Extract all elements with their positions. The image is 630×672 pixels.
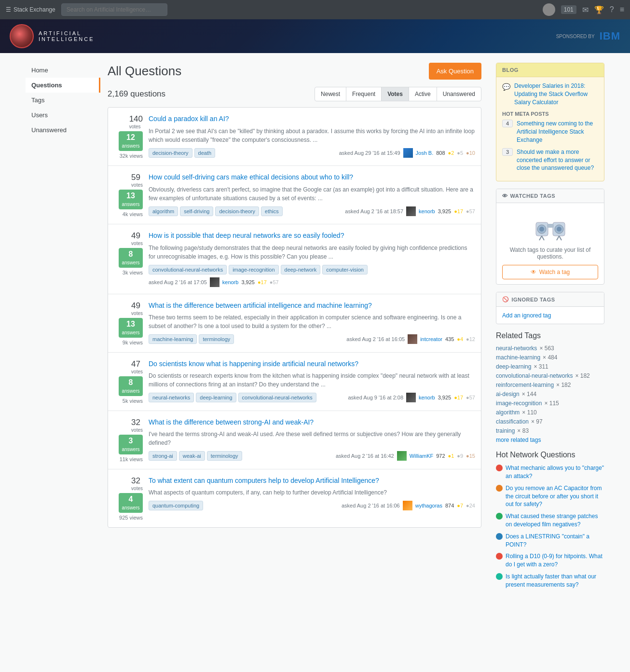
hot-network-link[interactable]: Rolling a D10 (0-9) for hitpoints. What …: [506, 552, 604, 569]
question-excerpt: The following page/study demonstrates th…: [149, 244, 475, 261]
achievements-icon[interactable]: 🏆: [594, 5, 604, 14]
sidebar-item-users[interactable]: Users: [26, 108, 100, 123]
question-title[interactable]: To what extent can quantum computers hel…: [149, 476, 475, 486]
question-tag[interactable]: convolutional-neural-networks: [149, 265, 227, 274]
silver-badge: ●57: [466, 395, 475, 400]
related-tag-link[interactable]: classification: [496, 418, 529, 425]
user-link[interactable]: kenorb: [419, 395, 435, 400]
question-tag[interactable]: computer-vision: [322, 265, 368, 274]
silver-badge: ●12: [466, 336, 475, 342]
question-tag[interactable]: death: [194, 148, 216, 158]
question-stats: 49 votes 13 answers 9k views: [114, 301, 143, 345]
related-tag-link[interactable]: algorithm: [496, 409, 520, 416]
stack-exchange-link[interactable]: ☰ Stack Exchange: [6, 6, 55, 13]
related-tag-link[interactable]: ai-design: [496, 391, 520, 398]
filter-votes[interactable]: Votes: [381, 87, 409, 101]
user-link[interactable]: WilliamKF: [410, 453, 434, 459]
inbox-icon[interactable]: ✉: [582, 5, 589, 14]
related-tag-link[interactable]: reinforcement-learning: [496, 382, 554, 388]
question-title[interactable]: What is the difference between artificia…: [149, 301, 475, 311]
answer-count-box: 13 answers: [119, 190, 143, 209]
meta-link-2[interactable]: Should we make a more concerted effort t…: [517, 148, 598, 172]
question-tag[interactable]: self-driving: [180, 206, 213, 216]
related-tag-link[interactable]: machine-learning: [496, 354, 540, 361]
sidebar-item-questions[interactable]: Questions: [26, 78, 100, 93]
question-title[interactable]: Do scientists know what is happening ins…: [149, 359, 475, 369]
question-tag[interactable]: machine-learning: [149, 334, 197, 344]
watch-tag-button[interactable]: 👁 Watch a tag: [502, 265, 598, 279]
related-tag-link[interactable]: deep-learning: [496, 363, 531, 370]
user-link[interactable]: intcreator: [420, 336, 442, 342]
question-stats: 49 votes 8 answers 3k views: [114, 231, 143, 287]
question-user-info: asked Aug 2 '16 at 17:05 kenorb 3,925 ●1…: [149, 277, 279, 287]
more-icon[interactable]: ≡: [620, 5, 624, 14]
question-tag[interactable]: decision-theory: [215, 206, 259, 216]
hot-network-link[interactable]: Do you remove an AC Capacitor from the c…: [506, 484, 604, 508]
question-title[interactable]: How is it possible that deep neural netw…: [149, 231, 475, 241]
meta-link-1[interactable]: Something new coming to the Artificial I…: [517, 120, 598, 144]
question-tag[interactable]: quantum-computing: [149, 501, 203, 510]
filter-unanswered[interactable]: Unanswered: [437, 87, 481, 101]
view-count: 11k views: [120, 456, 143, 462]
question-title[interactable]: How could self-driving cars make ethical…: [149, 173, 475, 182]
question-tag[interactable]: terminology: [199, 334, 234, 344]
filter-newest[interactable]: Newest: [315, 87, 346, 101]
question-tag[interactable]: ethics: [261, 206, 283, 216]
more-related-tags-link[interactable]: more related tags: [496, 437, 604, 443]
blog-link[interactable]: 💬 Developer Salaries in 2018: Updating t…: [502, 82, 598, 106]
vote-count: 32 votes: [131, 418, 143, 433]
question-title[interactable]: What is the difference between strong-AI…: [149, 418, 475, 427]
related-tag-link[interactable]: training: [496, 427, 515, 434]
site-logo[interactable]: ARTIFICIAL INTELLIGENCE: [10, 24, 94, 48]
sponsored-label: SPONSORED BY: [556, 34, 595, 39]
page-title: All Questions: [108, 64, 181, 79]
question-tag[interactable]: deep-learning: [196, 393, 236, 402]
sidebar-item-home[interactable]: Home: [26, 63, 100, 78]
question-item: 32 votes 4 answers 925 views To what ext…: [108, 469, 481, 527]
search-input[interactable]: [61, 3, 167, 16]
block-icon: 🚫: [502, 296, 509, 302]
related-tag-link[interactable]: image-recognition: [496, 400, 542, 407]
user-link[interactable]: wythagoras: [415, 503, 442, 508]
add-ignored-tag-link[interactable]: Add an ignored tag: [502, 312, 551, 319]
related-tag-link[interactable]: neural-networks: [496, 345, 537, 352]
question-tag[interactable]: decision-theory: [149, 148, 192, 158]
help-icon[interactable]: ?: [610, 5, 614, 14]
user-link[interactable]: kenorb: [222, 279, 239, 285]
vote-count: 140 votes: [129, 114, 143, 129]
hot-network-link[interactable]: What mechanic allows you to "charge" an …: [506, 464, 604, 480]
question-tag[interactable]: convolutional-neural-networks: [238, 393, 316, 402]
question-title[interactable]: Could a paradox kill an AI?: [149, 114, 475, 124]
sponsored-area: SPONSORED BY IBM: [556, 30, 620, 42]
user-avatar: [210, 277, 219, 287]
related-tag-link[interactable]: convolutional-neural-networks: [496, 372, 573, 379]
hot-network-question: Is light actually faster than what our p…: [496, 573, 604, 589]
question-tag[interactable]: strong-ai: [149, 451, 177, 461]
question-body: What is the difference between strong-AI…: [149, 418, 475, 462]
user-link[interactable]: kenorb: [419, 208, 435, 214]
user-avatar: [408, 334, 417, 344]
ask-question-button[interactable]: Ask Question: [429, 63, 481, 80]
hot-network-question: What mechanic allows you to "charge" an …: [496, 464, 604, 480]
question-tag[interactable]: weak-ai: [179, 451, 205, 461]
vote-count: 47 votes: [131, 359, 143, 374]
question-tag[interactable]: deep-network: [281, 265, 321, 274]
filter-frequent[interactable]: Frequent: [346, 87, 382, 101]
hot-network-link[interactable]: What caused these strange patches on dev…: [506, 512, 604, 529]
question-tag[interactable]: terminology: [207, 451, 242, 461]
filter-active[interactable]: Active: [409, 87, 437, 101]
hot-network-link[interactable]: Does a LINESTRING "contain" a POINT?: [506, 533, 604, 549]
sidebar-item-tags[interactable]: Tags: [26, 93, 100, 108]
sidebar-item-unanswered[interactable]: Unanswered: [26, 123, 100, 137]
user-link[interactable]: Josh B.: [416, 150, 434, 156]
question-tag[interactable]: neural-networks: [149, 393, 194, 402]
silver-badge: ●5: [457, 150, 463, 156]
related-tag-count: × 563: [539, 345, 554, 352]
user-avatar[interactable]: [543, 3, 555, 16]
silver-badge: ●9: [457, 453, 463, 459]
hot-network-link[interactable]: Is light actually faster than what our p…: [506, 573, 604, 589]
question-tag[interactable]: image-recognition: [229, 265, 278, 274]
question-tag[interactable]: algorithm: [149, 206, 178, 216]
gold-badge: ●2: [448, 150, 454, 156]
related-tag-item: reinforcement-learning × 182: [496, 382, 604, 388]
